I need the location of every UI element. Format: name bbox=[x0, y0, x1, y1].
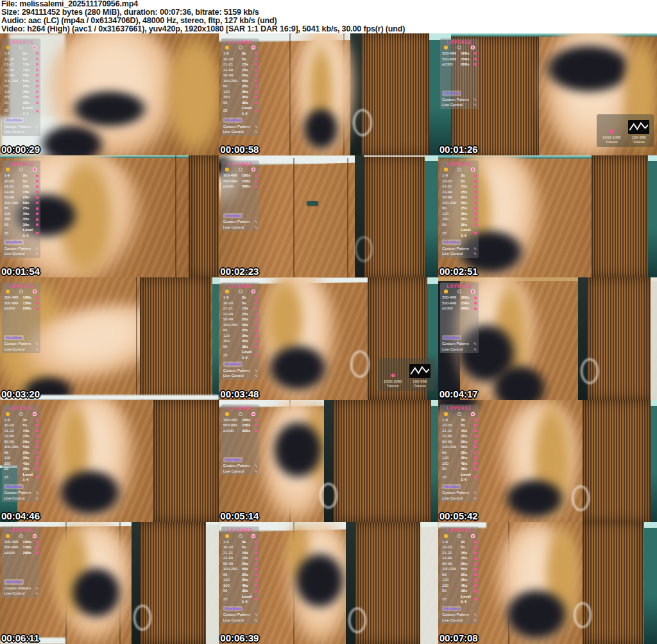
clothing-placeholder bbox=[302, 107, 339, 150]
pattern-wave-icon: ∿ bbox=[474, 347, 477, 352]
vibe-level-icon bbox=[255, 297, 257, 299]
vibe-level-icon bbox=[255, 335, 257, 337]
timestamp-badge: 00:07:08 bbox=[439, 632, 478, 643]
prohibited-icon bbox=[471, 534, 475, 538]
vibe-level-icon bbox=[255, 552, 257, 554]
vibe-level-icon bbox=[36, 297, 38, 299]
pattern-wave-icon: ∿ bbox=[35, 490, 38, 496]
slat-panel bbox=[364, 157, 425, 277]
vibe-level-icon bbox=[36, 435, 38, 437]
teal-strip bbox=[644, 522, 657, 644]
pattern-wave-icon: ∿ bbox=[254, 373, 257, 379]
vibe-level-icon bbox=[255, 354, 257, 356]
vibe-level-icon bbox=[36, 186, 38, 188]
vibe-level-icon bbox=[36, 476, 38, 478]
pattern-wave-icon: ∿ bbox=[35, 341, 38, 347]
hand-icon bbox=[6, 46, 10, 49]
vibe-level-icon bbox=[36, 541, 38, 543]
tip-menu-overlay: LOVENSE1-93s10-205s21-2115s22-4915s50-99… bbox=[221, 283, 260, 380]
clock-icon bbox=[19, 534, 23, 538]
clock-icon bbox=[19, 290, 23, 293]
vibe-level-icon bbox=[36, 196, 38, 199]
timestamp-badge: 00:02:51 bbox=[439, 266, 478, 277]
prohibited-icon bbox=[252, 412, 255, 416]
vibe-level-icon bbox=[474, 598, 477, 600]
vibe-level-icon bbox=[36, 546, 38, 549]
timestamp-badge: 00:05:42 bbox=[439, 510, 478, 521]
vibe-level-icon bbox=[255, 302, 257, 304]
pattern-wave-icon: ∿ bbox=[35, 246, 38, 252]
vibe-level-icon bbox=[36, 74, 38, 76]
vibe-level-icon bbox=[36, 457, 38, 459]
hand-icon bbox=[225, 46, 229, 49]
tip-menu-overlay: LOVENSE1-93s10-205s21-2115s22-4915s50-99… bbox=[221, 527, 260, 624]
prohibited-icon bbox=[471, 46, 475, 49]
pattern-graph-icon bbox=[409, 364, 431, 378]
vibemate-link: VibeMate bbox=[4, 335, 23, 341]
pattern-wave-icon: ∿ bbox=[474, 612, 477, 618]
slat-panel bbox=[153, 400, 219, 522]
vibe-level-icon bbox=[255, 424, 257, 426]
token-label: 1000-1080 Tokens bbox=[599, 135, 624, 144]
video-thumbnail: LOVENSE300-499100s500-999150s≥1000200sVi… bbox=[0, 277, 219, 399]
vibe-level-icon bbox=[36, 69, 38, 71]
vibe-level-icon bbox=[474, 568, 477, 571]
token-goal-right: 100-999 Tokens bbox=[407, 361, 432, 388]
timestamp-badge: 00:03:48 bbox=[220, 388, 259, 399]
clothing-placeholder bbox=[543, 43, 635, 94]
pattern-dot-icon bbox=[391, 374, 395, 377]
door-seams bbox=[123, 155, 184, 277]
prohibited-icon bbox=[252, 290, 255, 293]
hand-icon bbox=[444, 46, 448, 49]
vibe-level-icon bbox=[474, 541, 477, 543]
vibe-level-icon bbox=[36, 462, 38, 465]
tip-menu-overlay: LOVENSE1-93s10-205s21-2115s22-4915s50-99… bbox=[2, 161, 40, 258]
pattern-wave-icon: ∿ bbox=[254, 463, 257, 469]
hand-icon bbox=[6, 168, 10, 171]
vibe-level-icon bbox=[36, 101, 38, 104]
hand-icon bbox=[6, 290, 10, 293]
vibemate-link: VibeMate bbox=[4, 579, 23, 585]
tip-menu-overlay: LOVENSE1-93s10-205s21-2115s22-4915s50-99… bbox=[440, 527, 479, 624]
vibemate-link: VibeMate bbox=[223, 361, 243, 367]
pattern-wave-icon: ∿ bbox=[254, 618, 257, 623]
vibemate-link: VibeMate bbox=[4, 239, 23, 245]
prohibited-icon bbox=[471, 412, 475, 416]
vibe-level-icon bbox=[36, 223, 38, 226]
timestamp-badge: 00:06:39 bbox=[220, 632, 259, 643]
pattern-wave-icon: ∿ bbox=[35, 129, 38, 135]
vibe-level-icon bbox=[474, 579, 477, 582]
vibe-level-icon bbox=[474, 213, 477, 215]
token-goal-right: 100-999 Tokens bbox=[627, 117, 651, 144]
vibe-level-icon bbox=[255, 110, 257, 112]
clock-icon bbox=[239, 412, 243, 416]
vibe-level-icon bbox=[255, 345, 257, 348]
vibe-level-icon bbox=[474, 552, 477, 554]
clothing-placeholder bbox=[293, 551, 346, 609]
door-seams bbox=[534, 277, 578, 399]
clock-icon bbox=[19, 412, 23, 416]
token-goal-widget: 1000-1080 Tokens 100-999 Tokens bbox=[378, 358, 435, 391]
prohibited-icon bbox=[33, 412, 37, 416]
vibe-level-icon bbox=[474, 223, 477, 226]
hand-icon bbox=[225, 168, 229, 171]
vibe-level-icon bbox=[36, 52, 38, 55]
timestamp-badge: 00:01:54 bbox=[1, 266, 40, 277]
hand-icon bbox=[6, 412, 10, 416]
prohibited-icon bbox=[33, 290, 37, 293]
vibe-level-icon bbox=[36, 446, 38, 448]
tip-menu-overlay: LOVENSE300-499100s500-999150s≥1000200sVi… bbox=[440, 39, 479, 109]
hand-icon bbox=[444, 412, 448, 416]
video-thumbnail: LOVENSE1-93s10-205s21-2115s22-4915s50-99… bbox=[0, 155, 219, 277]
video-thumbnail: LOVENSE1-93s10-205s21-2115s22-4915s50-99… bbox=[219, 277, 438, 399]
vibe-level-icon bbox=[255, 180, 257, 182]
vibe-level-icon bbox=[36, 175, 38, 177]
video-thumbnail: LOVENSE300-499100s500-999150s≥1000200sVi… bbox=[219, 400, 438, 522]
vibe-level-icon bbox=[255, 91, 257, 93]
prohibited-icon bbox=[471, 290, 475, 293]
token-goal-widget: 1000-1080 Tokens 100-999 Tokens bbox=[597, 114, 654, 147]
vibe-level-icon bbox=[36, 552, 38, 554]
video-thumbnail: LOVENSE1-93s10-205s21-2115s22-4915s50-99… bbox=[0, 33, 219, 155]
vibe-level-icon bbox=[36, 207, 38, 210]
pattern-wave-icon: ∿ bbox=[254, 225, 257, 231]
